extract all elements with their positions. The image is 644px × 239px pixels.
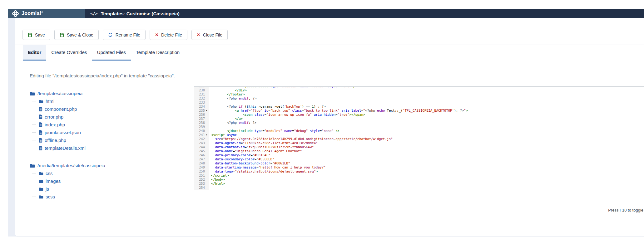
rename-file-button[interactable]: Rename File [103,30,146,40]
tree-item-file[interactable]: index.php [32,121,194,129]
folder-icon [39,172,43,175]
sync-icon [108,32,113,37]
line-number: 253 [194,182,209,186]
line-number: 236 [194,113,209,117]
page-background: Save Save & Close Rename File ✕ Delete F… [8,18,644,237]
tree-item-folder[interactable]: scss [32,193,194,201]
joomla-logo[interactable]: Joomla!® [8,9,85,18]
tree-item-folder[interactable]: html [32,97,194,105]
line-number: 231 [194,92,209,96]
folder-icon [39,179,43,183]
code-lines: 229 <jdoc:include type="modules" name="f… [194,86,644,190]
line-number: 240 [194,129,209,133]
code-line[interactable]: 250 data-logo="/static/chatbot/icons/def… [194,169,644,173]
folder-icon [30,91,35,96]
line-number: 238 [194,121,209,125]
code-line[interactable]: 237 </a> [194,117,644,121]
joomla-logo-icon [12,10,19,17]
save-icon [28,33,32,37]
folder-icon [30,163,35,168]
line-number: 247 [194,157,209,161]
save-and-close-button[interactable]: Save & Close [54,30,99,40]
code-line[interactable]: 251</script> [194,173,644,178]
tree-section-media: /media/templates/site/cassiopeia css ima… [30,162,194,201]
line-number: 235▾ [194,109,209,113]
code-line[interactable]: 236 <span class="icon-arrow-up icon-fw" … [194,113,644,117]
code-line[interactable]: 241▾<script async [194,133,644,137]
folder-icon [39,100,43,103]
tree-item-folder[interactable]: images [32,177,194,185]
file-icon [39,115,42,119]
code-line[interactable]: 238 <?php endif; ?> [194,121,644,125]
code-line[interactable]: 240 <jdoc:include type="modules" name="d… [194,129,644,133]
line-number: 243 [194,141,209,145]
editing-file-note: Editing file "/templates/cassiopeia/inde… [30,73,644,78]
save-button[interactable]: Save [22,30,50,40]
folder-icon [39,195,43,199]
line-number: 250 [194,169,209,173]
code-line[interactable]: 248 data-button-background-color="#0061E… [194,161,644,165]
line-number: 230 [194,88,209,92]
tree-item-file[interactable]: component.php [32,105,194,113]
line-number: 241▾ [194,133,209,137]
line-number: 249 [194,165,209,169]
code-line[interactable]: 243 data-agent-id="11a007ca-a58e-11ef-bf… [194,141,644,145]
line-number: 233 [194,100,209,105]
page-title-bar: </> Templates: Customise (Cassiopeia) [85,9,644,18]
tab-template-description[interactable]: Template Description [131,45,185,61]
fold-arrow-icon[interactable]: ▾ [205,133,208,137]
line-number: 232 [194,96,209,100]
tab-updated-files[interactable]: Updated Files [92,45,131,61]
code-line[interactable]: 246 data-primary-color="#031B4E" [194,153,644,157]
tab-create-overrides[interactable]: Create Overrides [46,45,92,61]
tree-item-file[interactable]: error.php [32,113,194,121]
tree-root-label: /templates/cassiopeia [37,91,82,96]
code-line[interactable]: 254 [194,186,644,190]
code-line[interactable]: 239 [194,125,644,129]
code-line[interactable]: 252</body> [194,178,644,182]
fold-arrow-icon[interactable]: ▾ [205,109,208,113]
tab-bar: Editor Create Overrides Updated Files Te… [15,45,644,61]
code-line[interactable]: 247 data-secondary-color="#E5E8ED" [194,157,644,161]
code-icon: </> [90,11,97,16]
code-line[interactable]: 245 data-name="DigitalOcean GenAI Agent … [194,149,644,153]
line-number: 245 [194,149,209,153]
tree-item-folder[interactable]: css [32,169,194,177]
code-line[interactable]: 253</html> [194,182,644,186]
tree-root-folder[interactable]: /templates/cassiopeia [30,90,194,97]
tree-root-folder[interactable]: /media/templates/site/cassiopeia [30,162,194,169]
code-line[interactable]: 234 <?php if ($this->params->get('backTo… [194,105,644,109]
tree-item-file[interactable]: templateDetails.xml [32,144,194,152]
file-icon [39,138,42,143]
top-navbar: Joomla!® </> Templates: Customise (Cassi… [8,9,644,18]
code-line[interactable]: 242 src="https://agent-9e768fad1d7cce14b… [194,137,644,141]
x-icon: ✕ [197,33,200,37]
tree-item-file[interactable]: offline.php [32,136,194,144]
code-editor[interactable]: 229 <jdoc:include type="modules" name="f… [194,86,644,204]
code-line[interactable]: 231 </footer> [194,92,644,96]
code-line[interactable]: 244 data-chatbot-id="fVq65MosYCU2xOs1r7S… [194,145,644,149]
line-number: 244 [194,145,209,149]
file-icon [39,107,42,111]
line-number: 254 [194,186,209,190]
line-number: 251 [194,173,209,178]
x-icon: ✕ [155,33,158,37]
line-number: 239 [194,125,209,129]
code-line[interactable]: 233 [194,100,644,105]
delete-file-button[interactable]: ✕ Delete File [150,30,187,40]
line-number: 252 [194,178,209,182]
tree-item-file[interactable]: joomla.asset.json [32,129,194,136]
tab-editor[interactable]: Editor [23,45,46,61]
code-line[interactable]: 230 </div> [194,88,644,92]
code-line[interactable]: 232 <?php endif; ?> [194,96,644,100]
code-line[interactable]: 249 data-starting-message="Hello! How ca… [194,165,644,169]
toolbar: Save Save & Close Rename File ✕ Delete F… [15,18,644,45]
close-file-button[interactable]: ✕ Close File [191,30,228,40]
tree-root-label: /media/templates/site/cassiopeia [37,163,105,168]
code-line[interactable]: 235▾ <a href="#top" id="back-top" class=… [194,109,644,113]
tree-section-templates: /templates/cassiopeia html component.php… [30,90,194,152]
page-title: Templates: Customise (Cassiopeia) [101,11,179,16]
save-icon [60,33,64,37]
line-number: 246 [194,153,209,157]
tree-item-folder[interactable]: js [32,185,194,193]
